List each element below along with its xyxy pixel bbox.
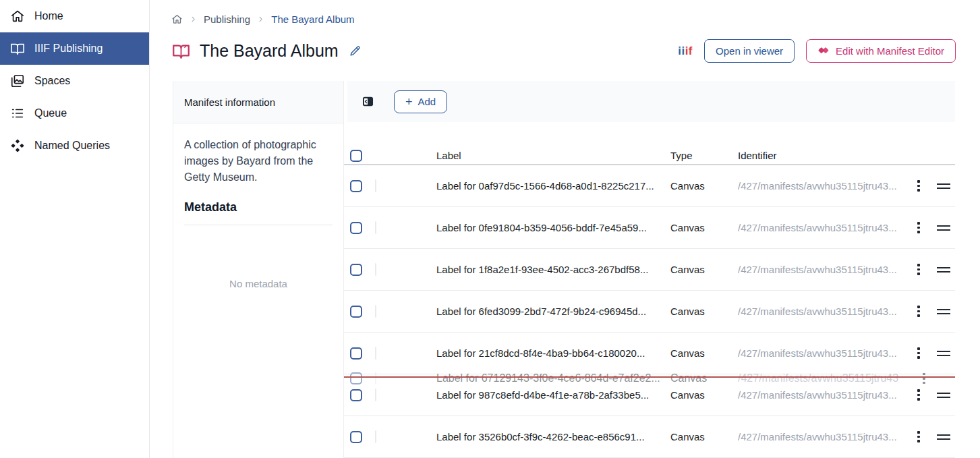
column-header-type: Type xyxy=(670,150,738,161)
breadcrumb-item-current[interactable]: The Bayard Album xyxy=(271,13,354,25)
diamonds-icon xyxy=(9,138,26,154)
row-checkbox[interactable] xyxy=(350,389,362,401)
canvas-thumbnail xyxy=(375,179,376,192)
canvas-type: Canvas xyxy=(670,347,738,359)
row-checkbox[interactable] xyxy=(350,180,362,192)
open-in-viewer-button[interactable]: Open in viewer xyxy=(704,39,795,63)
canvas-type: Canvas xyxy=(670,389,738,401)
add-button[interactable]: + Add xyxy=(394,90,447,113)
breadcrumb-item-publishing[interactable]: Publishing xyxy=(204,13,250,25)
table-row[interactable]: Label for 987c8efd-d4be-4f1e-a78b-2af33b… xyxy=(344,374,955,416)
row-menu-icon[interactable] xyxy=(916,304,921,318)
canvas-thumbnail xyxy=(375,389,376,401)
canvas-table-panel: + Add Label Type Identifier Label for 0a… xyxy=(344,81,955,458)
canvas-label: Label for 21cf8dcd-8f4e-4ba9-bb64-c18002… xyxy=(436,347,670,359)
drop-indicator-line xyxy=(344,376,955,378)
sidebar-item-spaces[interactable]: Spaces xyxy=(0,65,149,97)
table-row[interactable]: Label for 21cf8dcd-8f4e-4ba9-bb64-c18002… xyxy=(344,333,955,374)
table-row[interactable]: Label for 6fed3099-2bd7-472f-9b24-c96945… xyxy=(344,291,955,333)
canvas-identifier: /427/manifests/avwhu35115jtru43... xyxy=(738,431,916,442)
drag-handle-icon[interactable] xyxy=(937,183,950,189)
table-row[interactable]: Label for 0af97d5c-1566-4d68-a0d1-8225c2… xyxy=(344,165,955,207)
canvas-type: Canvas xyxy=(670,180,738,192)
table-row[interactable]: Label for 3526b0cf-3f9c-4262-beac-e856c9… xyxy=(344,416,955,458)
row-menu-icon[interactable] xyxy=(916,221,921,235)
row-checkbox[interactable] xyxy=(350,264,362,276)
canvas-identifier: /427/manifests/avwhu35115jtru43... xyxy=(738,389,916,401)
panel-collapse-icon[interactable] xyxy=(362,95,374,108)
app-window: Home IIIF Publishing Spaces Queue Named … xyxy=(0,0,980,458)
drag-handle-icon[interactable] xyxy=(937,309,950,314)
row-checkbox[interactable] xyxy=(350,431,362,443)
row-checkbox[interactable] xyxy=(350,347,362,360)
no-metadata-text: No metadata xyxy=(184,278,333,289)
manifest-editor-icon xyxy=(817,47,830,56)
metadata-divider xyxy=(184,225,333,225)
canvas-label: Label for 3526b0cf-3f9c-4262-beac-e856c9… xyxy=(436,431,670,442)
canvas-type: Canvas xyxy=(670,431,738,442)
drag-handle-icon[interactable] xyxy=(937,434,950,440)
canvas-identifier: /427/manifests/avwhu35115jtru43... xyxy=(738,347,916,359)
sidebar-item-label: Spaces xyxy=(34,75,70,87)
row-menu-icon[interactable] xyxy=(916,388,921,402)
home-icon xyxy=(9,8,26,24)
canvas-thumbnail xyxy=(375,221,376,234)
sidebar-item-label: Home xyxy=(34,10,63,22)
table-row[interactable]: Label for 1f8a2e1f-93ee-4502-acc3-267bdf… xyxy=(344,249,955,291)
row-menu-icon[interactable] xyxy=(916,179,921,193)
chevron-right-icon xyxy=(190,16,197,23)
table-header-row: Label Type Identifier xyxy=(344,147,955,165)
row-menu-icon[interactable] xyxy=(916,262,921,277)
select-all-checkbox[interactable] xyxy=(350,150,362,162)
open-in-viewer-label: Open in viewer xyxy=(716,45,783,57)
breadcrumb: Publishing The Bayard Album xyxy=(171,13,355,25)
canvas-thumbnail xyxy=(375,347,376,360)
sidebar-item-queue[interactable]: Queue xyxy=(0,97,149,130)
drag-handle-icon[interactable] xyxy=(937,267,950,273)
drag-handle-icon[interactable] xyxy=(937,225,950,231)
row-checkbox[interactable] xyxy=(350,306,362,318)
open-book-icon xyxy=(9,40,26,57)
iiif-logo: iiif xyxy=(678,45,693,57)
sidebar-item-named-queries[interactable]: Named Queries xyxy=(0,130,149,162)
row-checkbox[interactable] xyxy=(350,222,362,234)
manifest-panel-body: A collection of photographic images by B… xyxy=(173,123,343,289)
column-header-identifier: Identifier xyxy=(738,150,916,161)
row-menu-icon[interactable] xyxy=(916,346,921,360)
canvas-identifier: /427/manifests/avwhu35115jtru43... xyxy=(738,264,916,275)
plus-icon: + xyxy=(405,96,413,108)
header-actions: iiif Open in viewer Edit with Manifest E… xyxy=(678,39,956,63)
manifest-panel-header: Manifest information xyxy=(173,81,343,123)
edit-title-button[interactable] xyxy=(347,43,363,59)
sidebar-item-label: Queue xyxy=(34,107,67,119)
canvas-identifier: /427/manifests/avwhu35115jtru43... xyxy=(738,306,916,317)
canvas-type: Canvas xyxy=(670,222,738,233)
drag-handle-icon[interactable] xyxy=(937,351,950,356)
canvas-thumbnail xyxy=(375,305,376,318)
main-content: Publishing The Bayard Album The Bayard A… xyxy=(150,0,980,458)
sidebar-item-home[interactable]: Home xyxy=(0,0,149,32)
canvas-label: Label for 1f8a2e1f-93ee-4502-acc3-267bdf… xyxy=(436,264,670,275)
sidebar-item-label: Named Queries xyxy=(34,140,110,152)
canvas-type: Canvas xyxy=(670,306,738,317)
canvas-thumbnail xyxy=(375,430,376,443)
sidebar-item-iiif-publishing[interactable]: IIIF Publishing xyxy=(0,32,149,65)
manifest-book-icon xyxy=(171,42,191,60)
row-menu-icon[interactable] xyxy=(916,430,921,444)
canvas-label: Label for 0fe91804-b359-4056-bddf-7e45a5… xyxy=(436,222,670,233)
column-header-label: Label xyxy=(436,150,670,161)
table-row[interactable]: Label for 0fe91804-b359-4056-bddf-7e45a5… xyxy=(344,207,955,249)
image-stack-icon xyxy=(9,73,26,89)
list-icon xyxy=(9,105,26,121)
manifest-information-panel: Manifest information A collection of pho… xyxy=(173,81,344,458)
breadcrumb-home-icon[interactable] xyxy=(171,13,183,25)
metadata-heading: Metadata xyxy=(184,200,333,214)
canvas-identifier: /427/manifests/avwhu35115jtru43... xyxy=(738,180,916,192)
edit-with-manifest-editor-button[interactable]: Edit with Manifest Editor xyxy=(806,39,956,63)
canvas-label: Label for 6fed3099-2bd7-472f-9b24-c96945… xyxy=(436,306,670,317)
table-toolbar: + Add xyxy=(347,81,955,122)
drag-handle-icon[interactable] xyxy=(937,393,950,398)
sidebar: Home IIIF Publishing Spaces Queue Named … xyxy=(0,0,150,458)
canvas-label: Label for 0af97d5c-1566-4d68-a0d1-8225c2… xyxy=(436,180,670,192)
canvas-label: Label for 987c8efd-d4be-4f1e-a78b-2af33b… xyxy=(436,389,670,401)
